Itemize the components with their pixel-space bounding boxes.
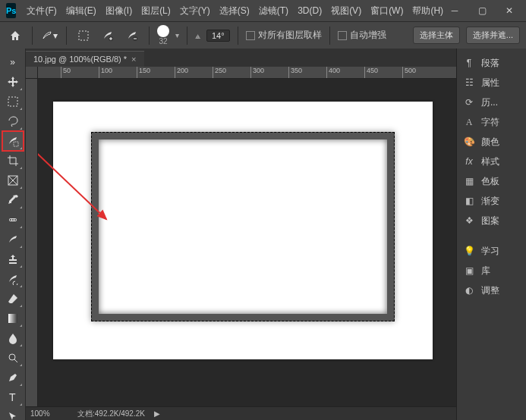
svg-rect-10 [8,314,17,323]
status-bar: 100% 文档:492.2K/492.2K ▶ [26,406,456,420]
svg-point-8 [12,219,14,221]
menu-help[interactable]: 帮助(H) [408,0,448,21]
path-selection-tool[interactable] [3,408,23,420]
close-button[interactable]: ✕ [502,4,516,17]
document-tab[interactable]: 10.jpg @ 100%(RGB/8) * × [26,51,144,67]
brush-preview[interactable] [157,25,169,37]
select-and-mask-button[interactable]: 选择并遮... [466,27,520,44]
select-subject-button[interactable]: 选择主体 [413,27,460,44]
tool-panel: » T [0,49,26,420]
app-logo: Ps [6,3,16,18]
character-icon: A [463,116,475,128]
svg-rect-0 [79,31,88,40]
menu-filter[interactable]: 滤镜(T) [254,0,293,21]
canvas[interactable] [53,102,433,359]
panel-patterns[interactable]: ❖图案 [457,211,526,230]
menubar: Ps 文件(F) 编辑(E) 图像(I) 图层(L) 文字(Y) 选择(S) 滤… [0,0,526,21]
brush-size-label: 32 [159,37,167,45]
styles-icon: fx [463,155,475,168]
pattern-icon: ❖ [463,215,475,227]
zoom-level[interactable]: 100% [30,409,68,418]
expand-tools-icon[interactable]: » [3,53,23,71]
history-icon: ⟳ [463,96,475,108]
add-selection-icon[interactable] [99,27,117,45]
panel-color[interactable]: 🎨颜色 [457,132,526,152]
panel-styles[interactable]: fx样式 [457,152,526,171]
sample-all-layers-checkbox[interactable]: 对所有图层取样 [246,29,322,42]
healing-brush-tool[interactable] [3,211,23,229]
maximize-button[interactable]: ▢ [475,4,489,17]
panel-adjustments[interactable]: ◐调整 [457,281,526,300]
history-brush-tool[interactable] [3,270,23,288]
properties-icon: ☷ [463,77,475,89]
eraser-tool[interactable] [3,290,23,308]
tab-close-icon[interactable]: × [131,55,136,64]
tool-preset-icon[interactable]: ▾ [40,27,58,45]
panel-paragraph[interactable]: ¶段落 [457,53,526,73]
panel-libraries[interactable]: ▣库 [457,261,526,281]
auto-enhance-checkbox[interactable]: 自动增强 [338,29,386,42]
eyedropper-tool[interactable] [3,191,23,209]
menu-layer[interactable]: 图层(L) [137,0,175,21]
new-selection-icon[interactable] [74,27,93,45]
swatches-icon: ▦ [463,175,475,187]
svg-point-7 [10,219,11,221]
crop-tool[interactable] [3,152,23,170]
svg-point-9 [14,219,16,221]
panel-learn[interactable]: 💡学习 [457,241,526,261]
svg-point-11 [9,354,15,360]
menu-image[interactable]: 图像(I) [101,0,137,21]
gradient-tool[interactable] [3,309,23,328]
svg-rect-3 [8,97,17,106]
angle-input[interactable]: 14° [206,30,230,42]
clone-stamp-tool[interactable] [3,250,23,268]
panel-properties[interactable]: ☷属性 [457,73,526,92]
marching-ants-selection [91,132,395,321]
minimize-button[interactable]: ─ [448,4,461,17]
menu-3d[interactable]: 3D(D) [293,0,326,21]
menu-edit[interactable]: 编辑(E) [61,0,101,21]
libraries-icon: ▣ [463,265,475,277]
menu-type[interactable]: 文字(Y) [175,0,215,21]
brush-tool[interactable] [3,230,23,249]
dodge-tool[interactable] [3,349,23,367]
panel-character[interactable]: A字符 [457,112,526,132]
ruler-corner [26,67,38,79]
frame-tool[interactable] [3,171,23,190]
type-tool[interactable]: T [3,388,23,406]
horizontal-ruler[interactable]: 50 100 150 200 250 300 350 400 450 500 [38,67,456,79]
vertical-ruler[interactable] [26,79,38,406]
move-tool[interactable] [3,73,23,91]
status-arrow-icon[interactable]: ▶ [154,409,160,418]
canvas-wrapper: 50 100 150 200 250 300 350 400 450 500 [26,67,456,420]
quick-selection-tool[interactable] [3,132,23,150]
document-info[interactable]: 文档:492.2K/492.2K [77,409,145,419]
svg-rect-4 [14,142,18,146]
home-icon[interactable] [6,27,24,45]
right-panel: ¶段落 ☷属性 ⟳历... A字符 🎨颜色 fx样式 ▦色板 ◧渐变 ❖图案 💡… [456,49,526,420]
learn-icon: 💡 [463,245,475,257]
document-area: 10.jpg @ 100%(RGB/8) * × 50 100 150 200 … [26,49,456,420]
panel-swatches[interactable]: ▦色板 [457,171,526,191]
panel-history[interactable]: ⟳历... [457,92,526,112]
blur-tool[interactable] [3,329,23,347]
svg-text:T: T [9,391,16,403]
window-controls: ─ ▢ ✕ [448,4,522,17]
options-bar: ▾ 32 ▾ ⟁ 14° 对所有图层取样 自动增强 选择主体 选择并遮... [0,21,526,49]
tab-bar: 10.jpg @ 100%(RGB/8) * × [26,49,456,67]
menu-file[interactable]: 文件(F) [22,0,61,21]
lasso-tool[interactable] [3,112,23,130]
marquee-tool[interactable] [3,92,23,111]
tab-title: 10.jpg @ 100%(RGB/8) * [33,55,127,64]
panel-gradients[interactable]: ◧渐变 [457,191,526,211]
pen-tool[interactable] [3,368,23,387]
color-icon: 🎨 [463,136,475,148]
subtract-selection-icon[interactable] [123,27,141,45]
menu-select[interactable]: 选择(S) [215,0,254,21]
menu-window[interactable]: 窗口(W) [366,0,408,21]
menu-view[interactable]: 视图(V) [326,0,366,21]
adjustments-icon: ◐ [463,284,475,296]
canvas-viewport[interactable] [38,79,456,406]
angle-icon: ⟁ [195,30,200,41]
gradient-icon: ◧ [463,195,475,207]
